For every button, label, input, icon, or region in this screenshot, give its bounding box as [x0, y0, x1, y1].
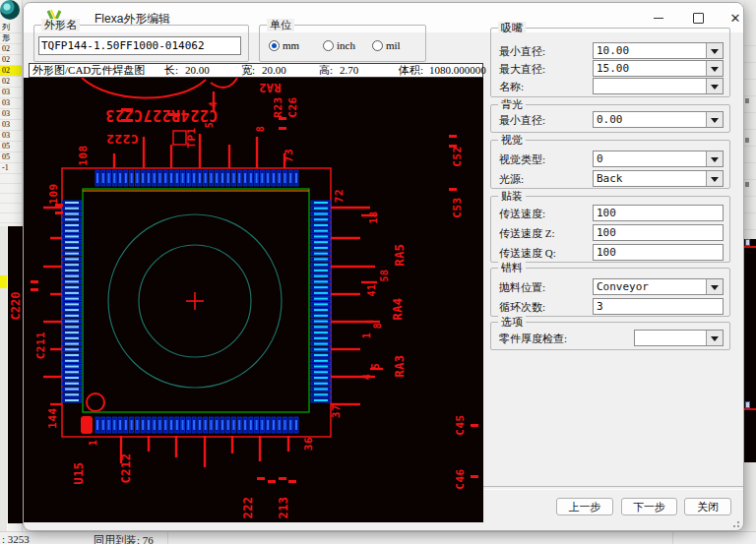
- pad-inner: [193, 173, 195, 183]
- pad-inner: [182, 173, 184, 183]
- pcb-label: 58: [379, 269, 390, 281]
- pad-inner: [119, 173, 121, 183]
- pad-inner: [119, 420, 121, 430]
- resize-grip[interactable]: [729, 517, 739, 527]
- backlight-min-diameter-combo[interactable]: 0.00: [593, 111, 724, 128]
- max-diameter-value: 15.00: [597, 62, 629, 75]
- thickness-check-label: 零件厚度检查:: [499, 332, 567, 346]
- pad-inner: [65, 264, 79, 266]
- pad-inner: [314, 348, 328, 350]
- transfer-speed-label: 传送速度:: [499, 207, 545, 221]
- parent-table-row[interactable]: 03: [0, 120, 22, 131]
- max-diameter-combo[interactable]: 15.00: [593, 60, 724, 77]
- parent-app-icon: [0, 0, 20, 20]
- parent-table-row[interactable]: 02: [0, 55, 22, 66]
- pcb-label: 8: [372, 323, 383, 330]
- dropdown-arrow-icon[interactable]: [706, 61, 723, 76]
- pad-inner: [279, 173, 281, 183]
- parent-table-row[interactable]: 02: [0, 44, 22, 55]
- dropdown-arrow-icon[interactable]: [706, 331, 723, 345]
- previous-step-button[interactable]: 上一步: [556, 498, 613, 515]
- parent-table-row[interactable]: 03: [0, 98, 22, 109]
- misfeed-group-label: 错料: [498, 262, 526, 274]
- unit-radio-inch-label: inch: [337, 39, 355, 51]
- parent-table-row[interactable]: 02: [0, 66, 22, 77]
- silkscreen-dash: [471, 424, 478, 427]
- pad-inner: [136, 420, 138, 430]
- parent-table-row[interactable]: 03: [0, 88, 22, 98]
- silkscreen-dash: [471, 475, 478, 478]
- dropdown-arrow-icon[interactable]: [706, 151, 723, 166]
- pcb-label: 1: [361, 332, 372, 339]
- parent-right-canvas-sliver: [744, 239, 756, 462]
- placement-group-label: 贴装: [498, 190, 526, 203]
- pad-inner: [65, 315, 79, 317]
- min-diameter-combo[interactable]: 10.00: [593, 42, 724, 59]
- parent-table-row[interactable]: 列: [0, 23, 22, 33]
- pad-inner: [261, 173, 263, 183]
- dropdown-arrow-icon[interactable]: [706, 43, 723, 58]
- pad-inner: [148, 173, 150, 183]
- dropdown-arrow-icon[interactable]: [706, 279, 723, 294]
- pad-inner: [65, 224, 79, 226]
- unit-radio-inch[interactable]: inch: [323, 38, 355, 52]
- pad-inner: [210, 420, 212, 430]
- close-dialog-button[interactable]: 关闭: [684, 498, 731, 515]
- unit-radio-mm[interactable]: mm: [269, 38, 299, 52]
- next-step-button[interactable]: 下一步: [621, 498, 677, 515]
- dropdown-arrow-icon[interactable]: [706, 79, 723, 93]
- transfer-speed-input[interactable]: 100: [593, 205, 724, 221]
- maximize-icon: [693, 13, 704, 24]
- parent-table-row[interactable]: 02: [0, 77, 22, 88]
- pcb-label: 108: [77, 145, 90, 165]
- radio-icon: [269, 40, 280, 51]
- thickness-check-combo[interactable]: [634, 330, 724, 346]
- minimize-icon: [654, 18, 663, 19]
- transfer-speed-q-input[interactable]: 100: [593, 244, 724, 261]
- parent-table-row[interactable]: 03: [0, 131, 22, 142]
- pad-inner: [216, 420, 218, 430]
- pad-inner: [193, 420, 195, 430]
- pad-inner: [273, 173, 275, 183]
- parent-table-row[interactable]: -1: [0, 163, 22, 174]
- pad-inner: [314, 208, 328, 210]
- transfer-speed-z-input[interactable]: 100: [593, 224, 724, 241]
- pcb-label: R23: [272, 96, 284, 117]
- pad-inner: [65, 393, 79, 395]
- discard-position-combo[interactable]: Conveyor: [593, 278, 724, 295]
- vision-type-combo[interactable]: 0: [593, 151, 724, 167]
- dropdown-arrow-icon[interactable]: [706, 112, 723, 127]
- pcb-label: 18: [368, 211, 379, 223]
- pad-inner: [113, 173, 115, 183]
- parent-table-row[interactable]: 03: [0, 109, 22, 120]
- pad-inner: [314, 241, 328, 243]
- shape-name-input[interactable]: [38, 36, 241, 55]
- pad-inner: [221, 420, 223, 430]
- nozzle-name-combo[interactable]: [593, 78, 724, 94]
- parent-scroll-rail[interactable]: [0, 226, 8, 531]
- pad-inner: [176, 420, 178, 430]
- unit-radio-mil[interactable]: mil: [372, 38, 401, 52]
- pcb-label: RA2: [258, 81, 281, 94]
- volume-value: 1080.000000: [429, 64, 486, 77]
- parent-table-row[interactable]: 05: [0, 152, 22, 163]
- pad-inner: [187, 420, 189, 430]
- pad-inner: [205, 420, 207, 430]
- dropdown-arrow-icon[interactable]: [706, 171, 723, 186]
- pad-inner: [216, 173, 218, 183]
- light-source-value: Back: [597, 172, 623, 185]
- retry-count-input[interactable]: 3: [593, 298, 724, 315]
- pad-inner: [250, 420, 252, 430]
- pcb-label: 36: [302, 437, 315, 451]
- pad-inner: [65, 332, 79, 333]
- pad-inner: [314, 389, 328, 391]
- parent-table-row[interactable]: 形: [0, 33, 22, 44]
- parent-table-row[interactable]: 05: [0, 142, 22, 152]
- pcb-footprint-canvas[interactable]: C224R227C223C222108TP145RA2R23C268737210…: [31, 78, 483, 522]
- light-source-combo[interactable]: Back: [593, 170, 724, 187]
- pad-inner: [314, 393, 328, 395]
- pcb-label: 72: [333, 189, 346, 203]
- parent-right-mark: [745, 138, 749, 143]
- pad-inner: [233, 173, 235, 183]
- min-diameter-value: 10.00: [597, 44, 629, 57]
